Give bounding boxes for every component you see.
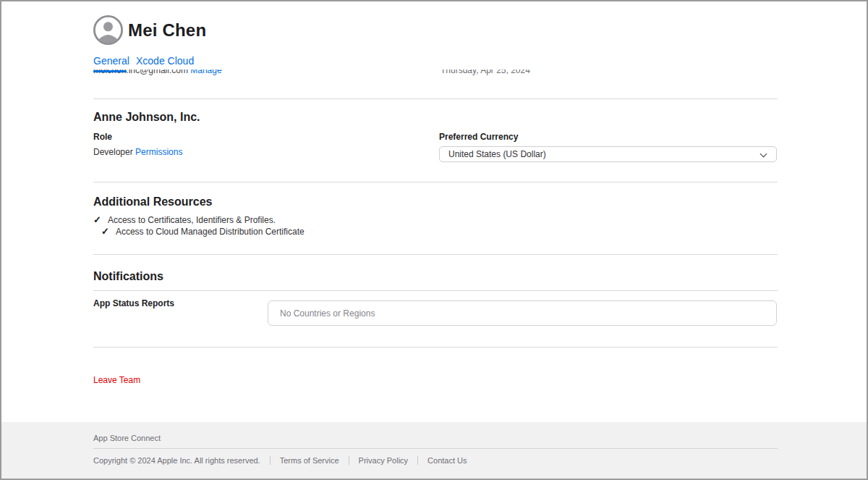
checkmark-icon: ✓ <box>101 226 109 237</box>
footer-separator <box>349 456 349 465</box>
app-status-regions-box[interactable]: No Countries or Regions <box>268 300 777 326</box>
page: meichen.inc@gmail.com Manage Thursday, A… <box>0 0 868 480</box>
preferred-currency-select[interactable]: United States (US Dollar) <box>439 146 777 162</box>
role-value: Developer Permissions <box>93 147 182 157</box>
page-title: Mei Chen <box>128 20 206 41</box>
role-value-text: Developer <box>93 147 133 157</box>
footer-links-row: Copyright © 2024 Apple Inc. All rights r… <box>93 456 467 465</box>
footer-separator <box>417 456 418 465</box>
divider <box>93 98 778 99</box>
app-status-reports-label: App Status Reports <box>93 298 174 308</box>
chevron-down-icon <box>760 151 767 158</box>
resource-item-label: Access to Certificates, Identifiers & Pr… <box>108 215 276 225</box>
terms-of-service-link[interactable]: Terms of Service <box>280 456 339 465</box>
privacy-policy-link[interactable]: Privacy Policy <box>359 456 408 465</box>
resource-item: ✓ Access to Certificates, Identifiers & … <box>93 214 276 225</box>
active-tab-indicator <box>93 70 127 72</box>
resource-item: ✓ Access to Cloud Managed Distribution C… <box>101 226 305 237</box>
preferred-currency-value: United States (US Dollar) <box>448 149 546 159</box>
checkmark-icon: ✓ <box>93 214 101 225</box>
permissions-link[interactable]: Permissions <box>135 147 182 157</box>
preferred-currency-label: Preferred Currency <box>439 132 518 142</box>
tab-xcode-cloud[interactable]: Xcode Cloud <box>136 55 194 67</box>
page-header: Mei Chen General Xcode Cloud <box>1 1 867 70</box>
page-footer: App Store Connect Copyright © 2024 Apple… <box>1 422 867 479</box>
footer-brand: App Store Connect <box>93 434 161 442</box>
divider <box>93 347 778 348</box>
app-status-regions-placeholder: No Countries or Regions <box>280 308 375 319</box>
copyright-text: Copyright © 2024 Apple Inc. All rights r… <box>93 456 260 465</box>
avatar <box>93 15 123 45</box>
resource-item-label: Access to Cloud Managed Distribution Cer… <box>116 227 305 237</box>
tab-general[interactable]: General <box>93 55 129 67</box>
footer-divider <box>93 448 778 449</box>
footer-separator <box>270 456 271 465</box>
resources-section-title: Additional Resources <box>93 195 212 209</box>
role-label: Role <box>93 132 112 142</box>
divider <box>93 254 778 255</box>
contact-us-link[interactable]: Contact Us <box>427 456 467 465</box>
divider <box>93 290 778 291</box>
leave-team-button[interactable]: Leave Team <box>93 375 140 385</box>
team-section-title: Anne Johnson, Inc. <box>93 111 200 124</box>
notifications-section-title: Notifications <box>93 270 163 283</box>
divider <box>93 182 778 182</box>
